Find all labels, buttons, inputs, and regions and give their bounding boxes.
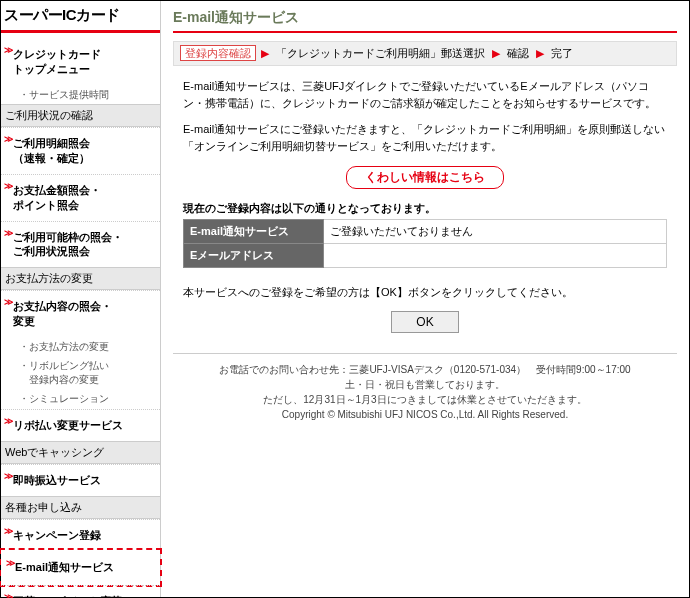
sidebar-item[interactable]: ≫即時振込サービス — [1, 464, 160, 496]
title-underline — [173, 31, 677, 33]
registration-table: E-mail通知サービス ご登録いただいておりません Eメールアドレス — [183, 219, 667, 268]
sidebar-item-label: お支払内容の照会・変更 — [13, 300, 112, 327]
main-content: E-mail通知サービス 登録内容確認 ▶ 「クレジットカードご利用明細」郵送選… — [161, 1, 689, 597]
breadcrumb: 登録内容確認 ▶ 「クレジットカードご利用明細」郵送選択 ▶ 確認 ▶ 完了 — [173, 41, 677, 66]
table-row: Eメールアドレス — [184, 244, 667, 268]
table-caption: 現在のご登録内容は以下の通りとなっております。 — [173, 201, 677, 219]
sidebar-item[interactable]: ≫お支払金額照会・ポイント照会 — [1, 174, 160, 221]
breadcrumb-sep: ▶ — [534, 47, 546, 59]
highlighted-nav-item: ≫E-mail通知サービス — [0, 548, 162, 587]
sidebar-title: スーパーICカード — [1, 1, 160, 28]
sidebar: スーパーICカード ≫クレジットカードトップメニュー・サービス提供時間ご利用状況… — [1, 1, 161, 597]
sidebar-item-label: リボ払い変更サービス — [13, 419, 123, 431]
sidebar-item-label: クレジットカードトップメニュー — [13, 48, 101, 75]
breadcrumb-sep: ▶ — [259, 47, 271, 59]
sidebar-item[interactable]: ≫リボ払い変更サービス — [1, 409, 160, 441]
footer-line: Copyright © Mitsubishi UFJ NICOS Co.,Ltd… — [173, 407, 677, 422]
sidebar-subitem[interactable]: ・サービス提供時間 — [1, 85, 160, 105]
detail-info-link[interactable]: くわしい情報はこちら — [346, 166, 504, 189]
sidebar-subitem[interactable]: ・シミュレーション — [1, 389, 160, 409]
intro-paragraph-2: E-mail通知サービスにご登録いただきますと、「クレジットカードご利用明細」を… — [173, 121, 677, 154]
table-header: E-mail通知サービス — [184, 220, 324, 244]
breadcrumb-current: 登録内容確認 — [180, 45, 256, 61]
arrow-icon: ≫ — [4, 296, 13, 308]
arrow-icon: ≫ — [4, 133, 13, 145]
sidebar-item-label: E-mail通知サービス — [15, 561, 114, 573]
sidebar-item[interactable]: ≫E-mail通知サービス — [3, 552, 158, 583]
instruction-paragraph: 本サービスへのご登録をご希望の方は【OK】ボタンをクリックしてください。 — [173, 284, 677, 301]
arrow-icon: ≫ — [4, 180, 13, 192]
sidebar-item[interactable]: ≫ご利用可能枠の照会・ご利用状況照会 — [1, 221, 160, 268]
footer-line: ただし、12月31日～1月3日につきましては休業とさせていただきます。 — [173, 392, 677, 407]
arrow-icon: ≫ — [4, 470, 13, 482]
sidebar-subitem[interactable]: ・お支払方法の変更 — [1, 337, 160, 357]
arrow-icon: ≫ — [4, 415, 13, 427]
table-cell: ご登録いただいておりません — [324, 220, 667, 244]
sidebar-item-label: ご利用明細照会（速報・確定） — [13, 137, 90, 164]
sidebar-item-label: キャンペーン登録 — [13, 529, 101, 541]
table-cell — [324, 244, 667, 268]
sidebar-item[interactable]: ≫キャンペーン登録 — [1, 519, 160, 551]
sidebar-section-heading: ご利用状況の確認 — [1, 104, 160, 127]
intro-paragraph-1: E-mail通知サービスは、三菱UFJダイレクトでご登録いただいているEメールア… — [173, 78, 677, 111]
breadcrumb-step: 確認 — [505, 47, 531, 59]
sidebar-item-label: 即時振込サービス — [13, 474, 101, 486]
footer-line: お電話でのお問い合わせ先：三菱UFJ-VISAデスク（0120-571-034）… — [173, 362, 677, 377]
arrow-icon: ≫ — [6, 557, 15, 569]
page-title: E-mail通知サービス — [173, 9, 677, 27]
sidebar-subitem[interactable]: ・リボルビング払い 登録内容の変更 — [1, 356, 160, 389]
sidebar-item-label: ご利用可能枠の照会・ご利用状況照会 — [13, 231, 123, 258]
app-frame: スーパーICカード ≫クレジットカードトップメニュー・サービス提供時間ご利用状況… — [0, 0, 690, 598]
accent-bar — [1, 30, 160, 33]
breadcrumb-sep: ▶ — [490, 47, 502, 59]
footer: お電話でのお問い合わせ先：三菱UFJ-VISAデスク（0120-571-034）… — [173, 353, 677, 422]
arrow-icon: ≫ — [4, 227, 13, 239]
sidebar-item[interactable]: ≫お支払内容の照会・変更 — [1, 290, 160, 337]
ok-button[interactable]: OK — [391, 311, 458, 333]
arrow-icon: ≫ — [4, 591, 13, 598]
sidebar-item[interactable]: ≫三菱UFJポイント応募 — [1, 585, 160, 598]
table-row: E-mail通知サービス ご登録いただいておりません — [184, 220, 667, 244]
arrow-icon: ≫ — [4, 525, 13, 537]
sidebar-item[interactable]: ≫ご利用明細照会（速報・確定） — [1, 127, 160, 174]
sidebar-item[interactable]: ≫クレジットカードトップメニュー — [1, 39, 160, 85]
sidebar-item-label: お支払金額照会・ポイント照会 — [13, 184, 101, 211]
footer-line: 土・日・祝日も営業しております。 — [173, 377, 677, 392]
table-header: Eメールアドレス — [184, 244, 324, 268]
sidebar-section-heading: お支払方法の変更 — [1, 267, 160, 290]
breadcrumb-step: 完了 — [549, 47, 575, 59]
arrow-icon: ≫ — [4, 44, 13, 56]
breadcrumb-step: 「クレジットカードご利用明細」郵送選択 — [274, 47, 487, 59]
sidebar-section-heading: 各種お申し込み — [1, 496, 160, 519]
sidebar-section-heading: Webでキャッシング — [1, 441, 160, 464]
